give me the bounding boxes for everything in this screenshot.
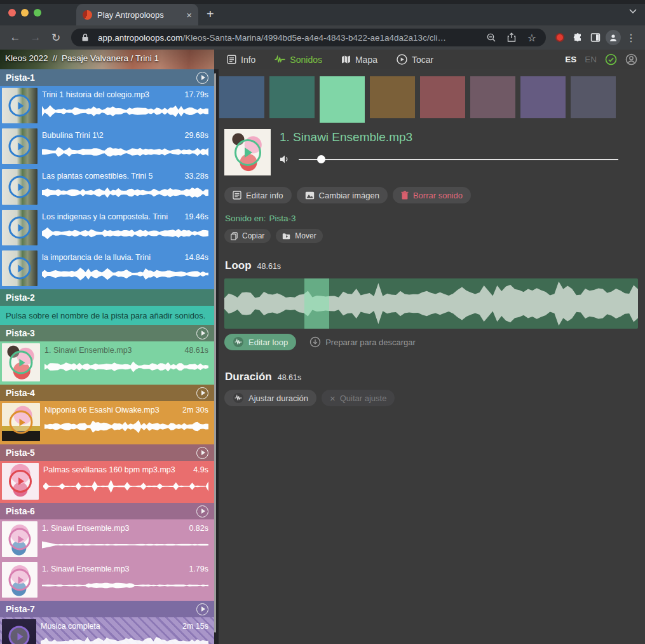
track-swatch-6[interactable] [470, 76, 515, 118]
track-play-button[interactable] [196, 505, 208, 517]
browser-menu-icon[interactable]: ⋮ [623, 30, 639, 45]
sound-thumbnail[interactable] [2, 169, 37, 205]
loop-selection[interactable] [304, 278, 329, 329]
loop-waveform-panel[interactable] [224, 278, 638, 329]
sound-title[interactable]: 1. Sinawi Ensemble.mp3 [44, 346, 132, 355]
track-play-button[interactable] [196, 603, 208, 615]
share-icon[interactable] [504, 30, 519, 45]
zoom-out-icon[interactable] [484, 30, 499, 45]
sound-title[interactable]: Musica completa [41, 622, 100, 631]
tab-mapa[interactable]: Mapa [341, 55, 377, 65]
breadcrumb-project[interactable]: Kleos 2022 [5, 53, 48, 63]
track-play-button[interactable] [196, 327, 208, 339]
sound-item[interactable]: Palmas sevillanas 160 bpm mp3.mp34.9s [0, 461, 214, 503]
sound-thumbnail[interactable] [2, 210, 37, 245]
sound-thumbnail[interactable] [2, 88, 37, 123]
track-swatch-2[interactable] [269, 76, 315, 118]
play-overlay-icon[interactable] [9, 470, 32, 493]
copy-button[interactable]: Copiar [224, 229, 271, 243]
track-title[interactable]: Pista-5 [6, 448, 196, 458]
edit-info-button[interactable]: Editar info [224, 187, 292, 203]
prepare-download-button[interactable]: Preparar para descargar [301, 334, 424, 350]
track-title[interactable]: Pista-7 [6, 604, 196, 614]
forward-button[interactable]: → [27, 29, 44, 46]
sound-title[interactable]: 1. Sinawi Ensemble.mp3 [42, 565, 130, 573]
lock-icon[interactable] [78, 30, 93, 45]
sound-item[interactable]: 1. Sinawi Ensemble.mp348.61s [0, 341, 214, 385]
sound-thumbnail[interactable] [2, 128, 37, 164]
play-overlay-icon[interactable] [9, 626, 30, 644]
back-button[interactable]: ← [6, 29, 24, 46]
account-icon[interactable] [625, 53, 637, 65]
track-title[interactable]: Pista-4 [6, 388, 196, 398]
volume-knob[interactable] [317, 155, 325, 163]
track-title[interactable]: Pista-2 [6, 292, 208, 303]
change-image-button[interactable]: Cambiar imágen [297, 187, 388, 203]
sound-title[interactable]: Nipponia 06 Esashi Oiwake.mp3 [44, 406, 160, 414]
tab-tocar[interactable]: Tocar [397, 54, 433, 65]
track-play-button[interactable] [196, 72, 208, 84]
track-swatch-7[interactable] [520, 76, 566, 118]
sound-item[interactable]: la importancia de la lluvia. Trini14.84s [0, 249, 214, 289]
sound-thumbnail[interactable] [2, 463, 39, 500]
sidebar-scrollbar[interactable] [214, 73, 216, 633]
sound-in-track-link[interactable]: Pista-3 [269, 214, 296, 223]
sound-thumbnail[interactable] [2, 250, 37, 286]
track-play-button[interactable] [196, 447, 208, 459]
lang-en[interactable]: EN [585, 55, 597, 64]
url-text[interactable]: app.antropoloops.com/Kleos-Santa-Marina/… [98, 33, 479, 43]
sound-title[interactable]: la importancia de la lluvia. Trini [42, 253, 151, 262]
edit-loop-button[interactable]: Editar loop [224, 334, 296, 350]
bookmark-star-icon[interactable]: ☆ [524, 30, 540, 45]
track-title[interactable]: Pista-6 [6, 506, 196, 516]
track-header[interactable]: Pista-4 [0, 385, 214, 401]
url-bar[interactable]: app.antropoloops.com/Kleos-Santa-Marina/… [71, 29, 546, 46]
sound-image[interactable] [224, 129, 271, 175]
sound-title[interactable]: Trini 1 historia del colegio.mp3 [42, 90, 149, 99]
track-header[interactable]: Pista-1 [0, 69, 214, 86]
sound-item[interactable]: Musica completa2m 15s [0, 617, 214, 644]
track-header[interactable]: Pista-6 [0, 503, 214, 519]
close-window-button[interactable] [8, 9, 16, 17]
sound-title[interactable]: Las plantas comestibles. Trini 5 [42, 172, 153, 181]
track-title[interactable]: Pista-1 [6, 72, 196, 83]
lang-es[interactable]: ES [565, 55, 576, 64]
delete-sound-button[interactable]: Borrar sonido [393, 187, 471, 203]
sound-thumbnail[interactable] [2, 562, 37, 598]
tab-info[interactable]: Info [227, 55, 255, 65]
sound-title[interactable]: 1. Sinawi Ensemble.mp3 [42, 524, 130, 533]
track-swatch-3[interactable] [320, 76, 365, 123]
play-overlay-icon[interactable] [10, 351, 33, 374]
sound-thumbnail[interactable] [2, 619, 36, 644]
track-title[interactable]: Pista-3 [6, 328, 196, 338]
track-swatch-1[interactable] [219, 76, 264, 118]
track-swatch-5[interactable] [420, 76, 465, 118]
sound-title[interactable]: Palmas sevillanas 160 bpm mp3.mp3 [43, 465, 175, 474]
play-overlay-icon[interactable] [9, 135, 31, 158]
track-header[interactable]: Pista-7 [0, 601, 214, 617]
record-extension-icon[interactable] [552, 30, 567, 45]
play-overlay-icon[interactable] [10, 411, 33, 434]
volume-slider[interactable] [299, 155, 618, 164]
sound-thumbnail[interactable] [2, 403, 40, 441]
new-tab-button[interactable]: + [207, 6, 214, 22]
track-header[interactable]: Pista-3 [0, 325, 214, 341]
sound-item[interactable]: 1. Sinawi Ensemble.mp31.79s [0, 560, 214, 601]
tab-sonidos[interactable]: Sonidos [275, 55, 322, 65]
reload-button[interactable]: ↻ [47, 29, 65, 46]
track-swatch-8[interactable] [571, 76, 616, 118]
minimize-window-button[interactable] [21, 9, 29, 17]
sound-item[interactable]: Bubulina Trini 1\229.68s [0, 127, 214, 167]
sound-item[interactable]: Nipponia 06 Esashi Oiwake.mp32m 30s [0, 401, 214, 444]
sound-title[interactable]: Los indigenas y la compostela. Trini [42, 212, 168, 221]
zoom-window-button[interactable] [34, 9, 41, 17]
sound-thumbnail[interactable] [2, 521, 37, 557]
move-button[interactable]: Mover [276, 229, 322, 243]
track-header[interactable]: Pista-5 [0, 444, 214, 461]
extensions-puzzle-icon[interactable] [570, 30, 585, 45]
sound-thumbnail[interactable] [2, 343, 40, 381]
play-overlay-icon[interactable] [9, 569, 31, 591]
sound-item[interactable]: Las plantas comestibles. Trini 533.28s [0, 167, 214, 208]
play-overlay-icon[interactable] [9, 257, 31, 280]
breadcrumb-map-image[interactable]: Kleos 2022//Pasaje Valvanera / Trini 1 [0, 50, 214, 69]
